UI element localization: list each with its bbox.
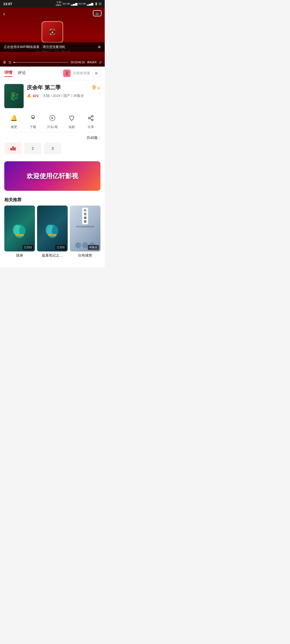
main-content: 🐉 庆余年 第二季 🔥 472 | 大陆 / 2024 / 国产 / 36集全 … <box>0 80 105 267</box>
svg-rect-15 <box>48 234 56 236</box>
video-time: 00:03/48:26 <box>71 61 85 64</box>
follow-label: 追剧 <box>68 125 75 129</box>
recommendations-grid: 已完结 脱身 已完结 盗墓笔记之… <box>4 206 100 263</box>
rec-item-2[interactable]: 已完结 盗墓笔记之… <box>37 206 68 258</box>
rec-poster-3: 白色城堡 5月31日起 每日20:00 40集全 <box>70 206 100 251</box>
score-number: 9 <box>92 84 96 91</box>
score-unit: 分 <box>97 86 100 90</box>
signal-icon: ▂▄▆ <box>71 2 77 6</box>
wifi-warning-banner: 正在使用非WIFI网络观看，请注意流量消耗 ✕ <box>0 42 105 52</box>
status-time: 13:07 <box>3 2 12 6</box>
rec-title-3: 白色城堡 <box>70 253 100 258</box>
cast-label[interactable]: 播电视局 <box>87 61 97 64</box>
rec-badge-3: 40集全 <box>88 245 99 250</box>
network-speed: 3.80MB/s <box>56 1 61 7</box>
score-area[interactable]: 9 分 › <box>92 84 100 96</box>
rec-poster-2: 已完结 <box>37 206 68 251</box>
banner-text: 欢迎使用亿轩影视 <box>27 172 78 180</box>
remind-label: 催更 <box>11 125 17 129</box>
hot-icon: 🔥 <box>27 94 31 98</box>
status-right: 3.80MB/s 5G HD ▂▄▆ 5G HD ▂▄▆ 🔋 32 <box>56 1 102 7</box>
battery-level: 32 <box>99 2 102 5</box>
progress-fill <box>13 62 15 63</box>
episode-bars-icon <box>10 146 16 151</box>
drama-meta: 🔥 472 | 大陆 / 2024 / 国产 / 36集全 <box>27 93 89 98</box>
tv-button[interactable]: 📺 <box>93 10 102 16</box>
svg-point-5 <box>92 119 93 121</box>
action-follow[interactable]: 追剧 <box>67 113 77 129</box>
back-button[interactable]: ‹ <box>3 11 5 17</box>
danmaku-button[interactable]: 点我发弹幕 <box>73 71 90 76</box>
network-type1: 5G HD <box>63 2 70 5</box>
episode-number-2: 2 <box>32 146 34 151</box>
subtitle-toggle-button[interactable]: ☑ <box>92 69 100 77</box>
danmaku-area: 🚪 点我发弹幕 ☑ <box>63 69 100 77</box>
skip-label: 片头/尾 <box>47 125 57 129</box>
tabs-bar: 详情 评论 🚪 点我发弹幕 ☑ <box>0 67 105 80</box>
action-download[interactable]: 下载 <box>28 113 38 129</box>
rec-image-1 <box>4 206 35 251</box>
remind-icon: 🔔 <box>9 113 19 123</box>
poster3-title: 白色城堡 <box>82 208 88 224</box>
rec-image-2 <box>37 206 68 251</box>
rec-title-1: 脱身 <box>4 253 35 258</box>
drama-title: 庆余年 第二季 <box>27 84 89 91</box>
battery-icon: 🔋 <box>95 2 98 5</box>
action-buttons: 🔔 催更 下载 片头/尾 <box>4 108 100 132</box>
subtitle-icon: ⊡ <box>9 60 11 64</box>
promo-banner[interactable]: 欢迎使用亿轩影视 <box>4 161 100 191</box>
score-arrow-icon: › <box>99 91 100 96</box>
episodes-arrow-icon: › <box>99 136 100 140</box>
episodes-total: 共40集 <box>86 136 98 140</box>
action-share[interactable]: 分享 <box>86 113 96 129</box>
tv-icon: 📺 <box>95 12 99 15</box>
rec-image-3: 白色城堡 5月31日起 每日20:00 <box>70 206 100 251</box>
tab-review[interactable]: 评论 <box>18 70 26 76</box>
recommendations-title: 相关推荐 <box>4 194 100 206</box>
drama-poster[interactable]: 🐉 <box>4 84 24 108</box>
wifi-warning-close[interactable]: ✕ <box>97 45 101 50</box>
drama-info: 🐉 庆余年 第二季 🔥 472 | 大陆 / 2024 / 国产 / 36集全 … <box>4 84 100 108</box>
skip-icon <box>47 113 57 123</box>
danmaku-icon: 🚪 <box>63 69 71 77</box>
svg-line-6 <box>90 116 92 118</box>
rec-badge-1: 已完结 <box>23 245 33 250</box>
svg-point-4 <box>88 117 90 119</box>
signal-icon-2: ▂▄▆ <box>87 2 93 6</box>
episode-item-2[interactable]: 2 <box>24 142 41 154</box>
video-logo: 网络被听 ▶ <box>42 21 63 43</box>
rec-poster-1: 已完结 <box>4 206 35 251</box>
episode-item-1[interactable] <box>4 142 21 154</box>
progress-bar[interactable] <box>13 62 68 63</box>
episode-list: 2 3 <box>4 142 100 158</box>
hot-count: 472 <box>33 94 39 98</box>
episodes-header[interactable]: 共40集 › <box>4 132 100 142</box>
poster-image: 🐉 <box>9 92 19 101</box>
rec-title-2: 盗墓笔记之… <box>37 253 68 258</box>
network-type2: 5G HD <box>79 2 86 5</box>
poster3-subtitle: 5月31日起 每日20:00 <box>76 225 94 228</box>
follow-icon <box>67 113 77 123</box>
rec-item-3[interactable]: 白色城堡 5月31日起 每日20:00 40集全 白色城堡 <box>70 206 100 258</box>
logo-play-icon: ▶ <box>50 29 55 35</box>
tab-detail[interactable]: 详情 <box>4 70 12 77</box>
action-skip[interactable]: 片头/尾 <box>47 113 57 129</box>
fullscreen-button[interactable]: ⤢ <box>99 60 102 64</box>
subtitle-check-icon: ☑ <box>95 72 98 75</box>
pause-button[interactable]: ⏸ <box>3 60 6 64</box>
video-controls: ⏸ ⊡ 00:03/48:26 播电视局 ⤢ <box>0 58 105 67</box>
action-remind[interactable]: 🔔 催更 <box>9 113 19 129</box>
episode-number-3: 3 <box>52 146 54 151</box>
download-label: 下载 <box>30 125 36 129</box>
episode-item-3[interactable]: 3 <box>44 142 61 154</box>
svg-point-3 <box>92 115 93 117</box>
svg-line-7 <box>90 118 92 119</box>
wifi-warning-text: 正在使用非WIFI网络观看，请注意流量消耗 <box>4 45 65 49</box>
video-player: ‹ 📺 网络被听 ▶ 网络剧片发行许可证 （沪）网剧审字（2024）第012号 … <box>0 8 105 67</box>
share-label: 分享 <box>88 125 94 129</box>
svg-rect-11 <box>16 234 24 236</box>
download-icon <box>28 113 38 123</box>
svg-marker-2 <box>52 117 53 119</box>
rec-item-1[interactable]: 已完结 脱身 <box>4 206 35 258</box>
rec-badge-2: 已完结 <box>55 245 66 250</box>
